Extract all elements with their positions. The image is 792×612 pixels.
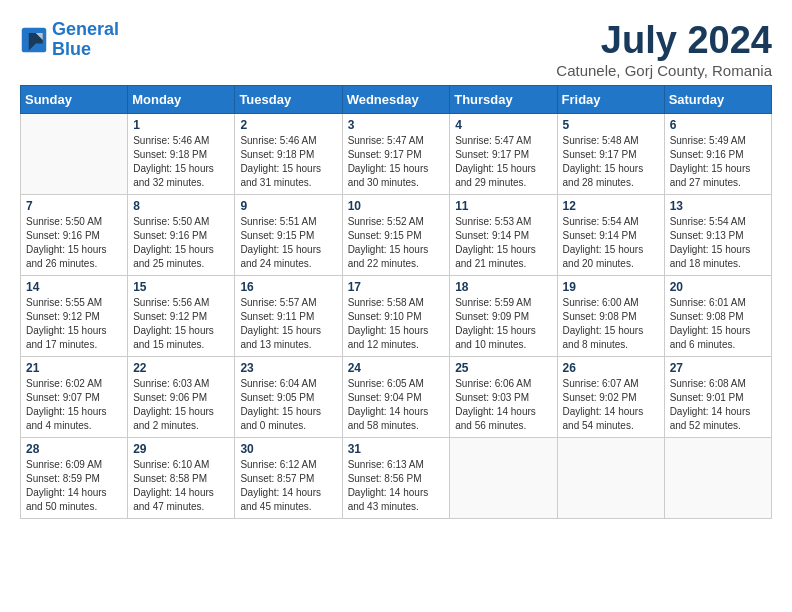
day-number: 26 [563, 361, 659, 375]
day-number: 27 [670, 361, 766, 375]
calendar-cell-w4-d7: 27Sunrise: 6:08 AM Sunset: 9:01 PM Dayli… [664, 356, 771, 437]
calendar-cell-w3-d7: 20Sunrise: 6:01 AM Sunset: 9:08 PM Dayli… [664, 275, 771, 356]
day-info: Sunrise: 6:04 AM Sunset: 9:05 PM Dayligh… [240, 377, 336, 433]
calendar-cell-w5-d3: 30Sunrise: 6:12 AM Sunset: 8:57 PM Dayli… [235, 437, 342, 518]
day-number: 2 [240, 118, 336, 132]
day-info: Sunrise: 5:47 AM Sunset: 9:17 PM Dayligh… [455, 134, 551, 190]
calendar-cell-w5-d5 [450, 437, 557, 518]
calendar-cell-w2-d1: 7Sunrise: 5:50 AM Sunset: 9:16 PM Daylig… [21, 194, 128, 275]
calendar-cell-w3-d5: 18Sunrise: 5:59 AM Sunset: 9:09 PM Dayli… [450, 275, 557, 356]
day-info: Sunrise: 6:10 AM Sunset: 8:58 PM Dayligh… [133, 458, 229, 514]
day-number: 7 [26, 199, 122, 213]
calendar-cell-w5-d7 [664, 437, 771, 518]
calendar-cell-w4-d4: 24Sunrise: 6:05 AM Sunset: 9:04 PM Dayli… [342, 356, 450, 437]
day-number: 19 [563, 280, 659, 294]
calendar-cell-w3-d6: 19Sunrise: 6:00 AM Sunset: 9:08 PM Dayli… [557, 275, 664, 356]
day-number: 25 [455, 361, 551, 375]
weekday-header-tuesday: Tuesday [235, 85, 342, 113]
day-number: 31 [348, 442, 445, 456]
calendar-cell-w3-d2: 15Sunrise: 5:56 AM Sunset: 9:12 PM Dayli… [128, 275, 235, 356]
day-number: 6 [670, 118, 766, 132]
day-number: 12 [563, 199, 659, 213]
logo-line1: General [52, 19, 119, 39]
day-number: 3 [348, 118, 445, 132]
weekday-header-wednesday: Wednesday [342, 85, 450, 113]
calendar-cell-w1-d7: 6Sunrise: 5:49 AM Sunset: 9:16 PM Daylig… [664, 113, 771, 194]
title-section: July 2024 Catunele, Gorj County, Romania [556, 20, 772, 79]
day-number: 22 [133, 361, 229, 375]
day-info: Sunrise: 5:55 AM Sunset: 9:12 PM Dayligh… [26, 296, 122, 352]
day-number: 21 [26, 361, 122, 375]
calendar-cell-w1-d5: 4Sunrise: 5:47 AM Sunset: 9:17 PM Daylig… [450, 113, 557, 194]
day-number: 17 [348, 280, 445, 294]
calendar-week-5: 28Sunrise: 6:09 AM Sunset: 8:59 PM Dayli… [21, 437, 772, 518]
calendar-cell-w2-d6: 12Sunrise: 5:54 AM Sunset: 9:14 PM Dayli… [557, 194, 664, 275]
day-number: 14 [26, 280, 122, 294]
calendar-cell-w5-d2: 29Sunrise: 6:10 AM Sunset: 8:58 PM Dayli… [128, 437, 235, 518]
calendar-cell-w2-d3: 9Sunrise: 5:51 AM Sunset: 9:15 PM Daylig… [235, 194, 342, 275]
calendar-cell-w4-d2: 22Sunrise: 6:03 AM Sunset: 9:06 PM Dayli… [128, 356, 235, 437]
day-info: Sunrise: 6:12 AM Sunset: 8:57 PM Dayligh… [240, 458, 336, 514]
day-info: Sunrise: 5:54 AM Sunset: 9:14 PM Dayligh… [563, 215, 659, 271]
calendar-cell-w1-d4: 3Sunrise: 5:47 AM Sunset: 9:17 PM Daylig… [342, 113, 450, 194]
day-info: Sunrise: 6:07 AM Sunset: 9:02 PM Dayligh… [563, 377, 659, 433]
day-info: Sunrise: 5:54 AM Sunset: 9:13 PM Dayligh… [670, 215, 766, 271]
day-info: Sunrise: 6:00 AM Sunset: 9:08 PM Dayligh… [563, 296, 659, 352]
day-info: Sunrise: 6:02 AM Sunset: 9:07 PM Dayligh… [26, 377, 122, 433]
day-info: Sunrise: 5:48 AM Sunset: 9:17 PM Dayligh… [563, 134, 659, 190]
calendar-cell-w2-d4: 10Sunrise: 5:52 AM Sunset: 9:15 PM Dayli… [342, 194, 450, 275]
calendar-cell-w1-d1 [21, 113, 128, 194]
day-info: Sunrise: 5:51 AM Sunset: 9:15 PM Dayligh… [240, 215, 336, 271]
calendar-cell-w1-d2: 1Sunrise: 5:46 AM Sunset: 9:18 PM Daylig… [128, 113, 235, 194]
weekday-header-monday: Monday [128, 85, 235, 113]
day-number: 18 [455, 280, 551, 294]
day-number: 8 [133, 199, 229, 213]
day-info: Sunrise: 5:56 AM Sunset: 9:12 PM Dayligh… [133, 296, 229, 352]
day-number: 20 [670, 280, 766, 294]
calendar-cell-w4-d5: 25Sunrise: 6:06 AM Sunset: 9:03 PM Dayli… [450, 356, 557, 437]
day-info: Sunrise: 5:59 AM Sunset: 9:09 PM Dayligh… [455, 296, 551, 352]
day-number: 30 [240, 442, 336, 456]
calendar-table: SundayMondayTuesdayWednesdayThursdayFrid… [20, 85, 772, 519]
day-info: Sunrise: 5:58 AM Sunset: 9:10 PM Dayligh… [348, 296, 445, 352]
day-number: 5 [563, 118, 659, 132]
calendar-cell-w1-d3: 2Sunrise: 5:46 AM Sunset: 9:18 PM Daylig… [235, 113, 342, 194]
logo-icon [20, 26, 48, 54]
calendar-cell-w4-d1: 21Sunrise: 6:02 AM Sunset: 9:07 PM Dayli… [21, 356, 128, 437]
weekday-header-friday: Friday [557, 85, 664, 113]
day-info: Sunrise: 6:01 AM Sunset: 9:08 PM Dayligh… [670, 296, 766, 352]
logo-line2: Blue [52, 39, 91, 59]
day-number: 4 [455, 118, 551, 132]
day-number: 16 [240, 280, 336, 294]
weekday-header-row: SundayMondayTuesdayWednesdayThursdayFrid… [21, 85, 772, 113]
day-info: Sunrise: 6:03 AM Sunset: 9:06 PM Dayligh… [133, 377, 229, 433]
day-info: Sunrise: 5:53 AM Sunset: 9:14 PM Dayligh… [455, 215, 551, 271]
day-number: 28 [26, 442, 122, 456]
day-number: 11 [455, 199, 551, 213]
calendar-cell-w5-d1: 28Sunrise: 6:09 AM Sunset: 8:59 PM Dayli… [21, 437, 128, 518]
calendar-cell-w4-d3: 23Sunrise: 6:04 AM Sunset: 9:05 PM Dayli… [235, 356, 342, 437]
weekday-header-sunday: Sunday [21, 85, 128, 113]
calendar-cell-w2-d5: 11Sunrise: 5:53 AM Sunset: 9:14 PM Dayli… [450, 194, 557, 275]
calendar-week-3: 14Sunrise: 5:55 AM Sunset: 9:12 PM Dayli… [21, 275, 772, 356]
calendar-cell-w3-d1: 14Sunrise: 5:55 AM Sunset: 9:12 PM Dayli… [21, 275, 128, 356]
weekday-header-saturday: Saturday [664, 85, 771, 113]
day-info: Sunrise: 5:49 AM Sunset: 9:16 PM Dayligh… [670, 134, 766, 190]
day-info: Sunrise: 5:52 AM Sunset: 9:15 PM Dayligh… [348, 215, 445, 271]
day-number: 15 [133, 280, 229, 294]
calendar-cell-w4-d6: 26Sunrise: 6:07 AM Sunset: 9:02 PM Dayli… [557, 356, 664, 437]
day-info: Sunrise: 5:47 AM Sunset: 9:17 PM Dayligh… [348, 134, 445, 190]
day-number: 24 [348, 361, 445, 375]
day-info: Sunrise: 6:13 AM Sunset: 8:56 PM Dayligh… [348, 458, 445, 514]
day-info: Sunrise: 5:46 AM Sunset: 9:18 PM Dayligh… [133, 134, 229, 190]
day-number: 29 [133, 442, 229, 456]
calendar-cell-w1-d6: 5Sunrise: 5:48 AM Sunset: 9:17 PM Daylig… [557, 113, 664, 194]
day-number: 23 [240, 361, 336, 375]
day-number: 9 [240, 199, 336, 213]
calendar-week-4: 21Sunrise: 6:02 AM Sunset: 9:07 PM Dayli… [21, 356, 772, 437]
calendar-cell-w3-d3: 16Sunrise: 5:57 AM Sunset: 9:11 PM Dayli… [235, 275, 342, 356]
day-info: Sunrise: 5:46 AM Sunset: 9:18 PM Dayligh… [240, 134, 336, 190]
calendar-week-2: 7Sunrise: 5:50 AM Sunset: 9:16 PM Daylig… [21, 194, 772, 275]
page-header: General Blue July 2024 Catunele, Gorj Co… [20, 20, 772, 79]
calendar-cell-w2-d2: 8Sunrise: 5:50 AM Sunset: 9:16 PM Daylig… [128, 194, 235, 275]
